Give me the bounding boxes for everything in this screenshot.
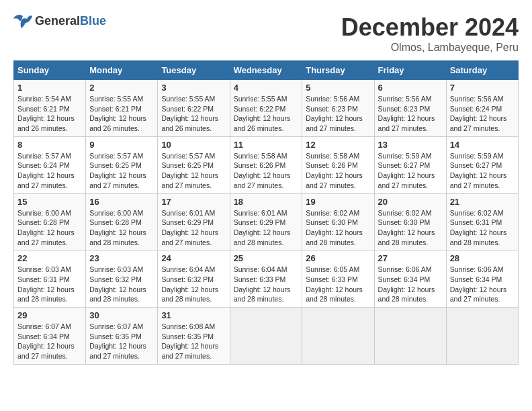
day-number: 6 xyxy=(378,83,443,93)
day-number: 3 xyxy=(161,83,226,93)
header-sunday: Sunday xyxy=(14,61,86,80)
day-info: Sunrise: 5:55 AM Sunset: 6:22 PM Dayligh… xyxy=(161,94,226,134)
week-row-1: 1 Sunrise: 5:54 AM Sunset: 6:21 PM Dayli… xyxy=(14,80,519,137)
day-number: 1 xyxy=(17,83,82,93)
calendar-cell: 3 Sunrise: 5:55 AM Sunset: 6:22 PM Dayli… xyxy=(158,80,230,137)
day-number: 16 xyxy=(89,197,154,207)
calendar-cell: 10 Sunrise: 5:57 AM Sunset: 6:25 PM Dayl… xyxy=(158,136,230,193)
day-number: 31 xyxy=(161,310,226,320)
calendar-cell: 20 Sunrise: 6:02 AM Sunset: 6:30 PM Dayl… xyxy=(374,193,446,250)
logo-blue: Blue xyxy=(80,14,106,28)
calendar-cell: 26 Sunrise: 6:05 AM Sunset: 6:33 PM Dayl… xyxy=(302,250,374,308)
day-info: Sunrise: 5:55 AM Sunset: 6:22 PM Dayligh… xyxy=(234,94,299,134)
header-friday: Friday xyxy=(374,61,446,80)
calendar-cell: 18 Sunrise: 6:01 AM Sunset: 6:29 PM Dayl… xyxy=(230,193,302,250)
calendar-cell: 24 Sunrise: 6:04 AM Sunset: 6:32 PM Dayl… xyxy=(158,250,230,308)
day-info: Sunrise: 6:06 AM Sunset: 6:34 PM Dayligh… xyxy=(378,265,443,304)
day-info: Sunrise: 5:55 AM Sunset: 6:21 PM Dayligh… xyxy=(89,94,154,134)
day-info: Sunrise: 5:57 AM Sunset: 6:25 PM Dayligh… xyxy=(161,151,226,191)
calendar-cell: 27 Sunrise: 6:06 AM Sunset: 6:34 PM Dayl… xyxy=(374,250,446,308)
day-info: Sunrise: 6:06 AM Sunset: 6:34 PM Dayligh… xyxy=(450,265,515,304)
day-info: Sunrise: 6:01 AM Sunset: 6:29 PM Dayligh… xyxy=(161,208,226,248)
day-number: 4 xyxy=(234,83,299,93)
day-info: Sunrise: 6:03 AM Sunset: 6:32 PM Dayligh… xyxy=(89,265,154,304)
week-row-3: 15 Sunrise: 6:00 AM Sunset: 6:28 PM Dayl… xyxy=(14,193,519,250)
calendar-cell: 22 Sunrise: 6:03 AM Sunset: 6:31 PM Dayl… xyxy=(14,250,86,308)
calendar-cell: 4 Sunrise: 5:55 AM Sunset: 6:22 PM Dayli… xyxy=(230,80,302,137)
day-info: Sunrise: 5:58 AM Sunset: 6:26 PM Dayligh… xyxy=(234,151,299,191)
day-info: Sunrise: 6:02 AM Sunset: 6:30 PM Dayligh… xyxy=(378,208,443,248)
day-info: Sunrise: 5:56 AM Sunset: 6:24 PM Dayligh… xyxy=(450,94,515,134)
week-row-5: 29 Sunrise: 6:07 AM Sunset: 6:34 PM Dayl… xyxy=(14,308,519,365)
day-number: 17 xyxy=(161,197,226,207)
day-info: Sunrise: 5:56 AM Sunset: 6:23 PM Dayligh… xyxy=(378,94,443,134)
calendar-cell: 29 Sunrise: 6:07 AM Sunset: 6:34 PM Dayl… xyxy=(14,308,86,365)
day-info: Sunrise: 6:05 AM Sunset: 6:33 PM Dayligh… xyxy=(306,265,370,304)
week-row-2: 8 Sunrise: 5:57 AM Sunset: 6:24 PM Dayli… xyxy=(14,136,519,193)
day-info: Sunrise: 5:59 AM Sunset: 6:27 PM Dayligh… xyxy=(450,151,515,191)
calendar-cell: 7 Sunrise: 5:56 AM Sunset: 6:24 PM Dayli… xyxy=(446,80,518,137)
calendar-title: December 2024 xyxy=(341,13,519,42)
day-number: 14 xyxy=(450,140,515,150)
logo-bird-icon xyxy=(13,13,32,28)
calendar-cell xyxy=(302,308,374,365)
calendar-cell: 12 Sunrise: 5:58 AM Sunset: 6:26 PM Dayl… xyxy=(302,136,374,193)
day-info: Sunrise: 6:02 AM Sunset: 6:31 PM Dayligh… xyxy=(450,208,515,248)
day-number: 9 xyxy=(89,140,154,150)
day-number: 13 xyxy=(378,140,443,150)
day-number: 22 xyxy=(17,253,82,263)
weekday-header-row: Sunday Monday Tuesday Wednesday Thursday… xyxy=(14,61,519,80)
week-row-4: 22 Sunrise: 6:03 AM Sunset: 6:31 PM Dayl… xyxy=(14,250,519,308)
calendar-cell: 5 Sunrise: 5:56 AM Sunset: 6:23 PM Dayli… xyxy=(302,80,374,137)
header-thursday: Thursday xyxy=(302,61,374,80)
calendar-subtitle: Olmos, Lambayeque, Peru xyxy=(341,42,519,54)
day-number: 20 xyxy=(378,197,443,207)
day-number: 19 xyxy=(306,197,370,207)
calendar-cell: 1 Sunrise: 5:54 AM Sunset: 6:21 PM Dayli… xyxy=(14,80,86,137)
day-info: Sunrise: 6:02 AM Sunset: 6:30 PM Dayligh… xyxy=(306,208,370,248)
calendar-cell: 14 Sunrise: 5:59 AM Sunset: 6:27 PM Dayl… xyxy=(446,136,518,193)
calendar-cell: 8 Sunrise: 5:57 AM Sunset: 6:24 PM Dayli… xyxy=(14,136,86,193)
day-info: Sunrise: 6:04 AM Sunset: 6:32 PM Dayligh… xyxy=(161,265,226,304)
calendar-cell xyxy=(446,308,518,365)
calendar-cell: 19 Sunrise: 6:02 AM Sunset: 6:30 PM Dayl… xyxy=(302,193,374,250)
calendar-cell: 16 Sunrise: 6:00 AM Sunset: 6:28 PM Dayl… xyxy=(86,193,158,250)
day-info: Sunrise: 6:00 AM Sunset: 6:28 PM Dayligh… xyxy=(17,208,82,248)
calendar-cell xyxy=(230,308,302,365)
calendar-cell xyxy=(374,308,446,365)
calendar-cell: 23 Sunrise: 6:03 AM Sunset: 6:32 PM Dayl… xyxy=(86,250,158,308)
day-info: Sunrise: 5:56 AM Sunset: 6:23 PM Dayligh… xyxy=(306,94,370,134)
day-info: Sunrise: 6:08 AM Sunset: 6:35 PM Dayligh… xyxy=(161,322,226,361)
day-number: 21 xyxy=(450,197,515,207)
calendar-cell: 17 Sunrise: 6:01 AM Sunset: 6:29 PM Dayl… xyxy=(158,193,230,250)
calendar-cell: 11 Sunrise: 5:58 AM Sunset: 6:26 PM Dayl… xyxy=(230,136,302,193)
day-number: 25 xyxy=(234,253,299,263)
day-number: 24 xyxy=(161,253,226,263)
day-number: 7 xyxy=(450,83,515,93)
day-number: 27 xyxy=(378,253,443,263)
day-number: 28 xyxy=(450,253,515,263)
logo: GeneralBlue xyxy=(13,13,106,28)
header-wednesday: Wednesday xyxy=(230,61,302,80)
day-info: Sunrise: 6:04 AM Sunset: 6:33 PM Dayligh… xyxy=(234,265,299,304)
logo-general: General xyxy=(35,14,80,28)
day-info: Sunrise: 6:07 AM Sunset: 6:35 PM Dayligh… xyxy=(89,322,154,361)
calendar-cell: 13 Sunrise: 5:59 AM Sunset: 6:27 PM Dayl… xyxy=(374,136,446,193)
calendar-cell: 21 Sunrise: 6:02 AM Sunset: 6:31 PM Dayl… xyxy=(446,193,518,250)
calendar-cell: 25 Sunrise: 6:04 AM Sunset: 6:33 PM Dayl… xyxy=(230,250,302,308)
header-tuesday: Tuesday xyxy=(158,61,230,80)
day-info: Sunrise: 5:54 AM Sunset: 6:21 PM Dayligh… xyxy=(17,94,82,134)
day-number: 10 xyxy=(161,140,226,150)
day-number: 11 xyxy=(234,140,299,150)
day-info: Sunrise: 6:03 AM Sunset: 6:31 PM Dayligh… xyxy=(17,265,82,304)
calendar-cell: 15 Sunrise: 6:00 AM Sunset: 6:28 PM Dayl… xyxy=(14,193,86,250)
calendar-cell: 31 Sunrise: 6:08 AM Sunset: 6:35 PM Dayl… xyxy=(158,308,230,365)
day-info: Sunrise: 6:07 AM Sunset: 6:34 PM Dayligh… xyxy=(17,322,82,361)
day-info: Sunrise: 5:59 AM Sunset: 6:27 PM Dayligh… xyxy=(378,151,443,191)
day-info: Sunrise: 5:57 AM Sunset: 6:25 PM Dayligh… xyxy=(89,151,154,191)
calendar-cell: 2 Sunrise: 5:55 AM Sunset: 6:21 PM Dayli… xyxy=(86,80,158,137)
day-number: 2 xyxy=(89,83,154,93)
header-monday: Monday xyxy=(86,61,158,80)
day-info: Sunrise: 6:01 AM Sunset: 6:29 PM Dayligh… xyxy=(234,208,299,248)
calendar-cell: 28 Sunrise: 6:06 AM Sunset: 6:34 PM Dayl… xyxy=(446,250,518,308)
